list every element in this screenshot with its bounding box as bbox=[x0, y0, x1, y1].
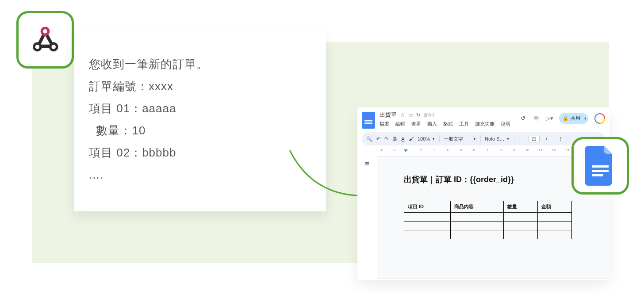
table-header: 項目 ID bbox=[404, 201, 451, 213]
menu-format[interactable]: 格式 bbox=[443, 121, 453, 127]
print-icon[interactable]: 🖶 bbox=[392, 136, 397, 141]
note-line: 項目 01：aaaaa bbox=[89, 97, 311, 119]
paragraph-style-select[interactable]: 一般文字▼ bbox=[444, 136, 476, 142]
table-header: 數量 bbox=[504, 201, 538, 213]
meet-icon[interactable]: ▷▾ bbox=[546, 115, 553, 122]
google-docs-badge bbox=[571, 137, 629, 195]
table-row bbox=[404, 221, 572, 230]
table-row bbox=[404, 230, 572, 239]
menu-edit[interactable]: 編輯 bbox=[395, 121, 405, 127]
font-size-input[interactable]: 21 bbox=[529, 136, 540, 142]
ruler-tick: -2 bbox=[380, 148, 383, 152]
google-docs-window: 出貨單 ☆ ▭ ↻ 儲存中… 檔案 編輯 查看 插入 格式 工具 擴充功能 說明… bbox=[357, 107, 610, 280]
ruler-tick: 9 bbox=[513, 148, 515, 152]
ruler-tick: 3 bbox=[433, 148, 435, 152]
menu-file[interactable]: 檔案 bbox=[380, 121, 389, 127]
account-avatar[interactable] bbox=[594, 113, 605, 124]
doc-content-table[interactable]: 項目 ID 商品內容 數量 金額 bbox=[404, 201, 572, 239]
comment-icon[interactable]: ▤ bbox=[533, 115, 540, 122]
menu-view[interactable]: 查看 bbox=[411, 121, 421, 127]
note-line: 數量：10 bbox=[89, 119, 311, 141]
svg-point-5 bbox=[51, 45, 56, 49]
note-line: 您收到一筆新的訂單。 bbox=[89, 53, 311, 75]
svg-rect-7 bbox=[592, 170, 609, 172]
docs-logo-icon[interactable] bbox=[362, 112, 375, 129]
ruler-tick: 7 bbox=[487, 148, 488, 152]
ruler-tick: 11 bbox=[539, 148, 543, 152]
ruler-tick: 6 bbox=[473, 148, 475, 152]
docs-menu-bar: 檔案 編輯 查看 插入 格式 工具 擴充功能 說明 bbox=[380, 121, 510, 127]
note-line: 項目 02：bbbbb bbox=[89, 141, 311, 164]
menu-help[interactable]: 說明 bbox=[501, 121, 510, 127]
cloud-refresh-icon[interactable]: ↻ bbox=[416, 112, 420, 118]
ruler-tick: 13 bbox=[565, 148, 569, 152]
doc-content-heading: 出貨單｜訂單 ID：{{order_id}} bbox=[404, 174, 587, 185]
note-line: 訂單編號：xxxx bbox=[89, 75, 311, 97]
more-icon[interactable]: ⋮ bbox=[558, 136, 563, 142]
menu-extensions[interactable]: 擴充功能 bbox=[475, 121, 494, 127]
table-header: 金額 bbox=[538, 201, 572, 213]
ruler-tick: 10 bbox=[525, 148, 529, 152]
zoom-select[interactable]: 100%▼ bbox=[418, 136, 435, 141]
menu-insert[interactable]: 插入 bbox=[427, 121, 437, 127]
star-icon[interactable]: ☆ bbox=[400, 112, 405, 118]
docs-toolbar: 🔍 ↶ ↷ 🖶 A̲ 🖌 100%▼ 一般文字▼ Noto S…▼ − 21 +… bbox=[362, 132, 605, 145]
table-row bbox=[404, 213, 572, 221]
svg-rect-8 bbox=[592, 174, 603, 176]
move-icon[interactable]: ▭ bbox=[408, 112, 413, 118]
ruler-tick: 1 bbox=[407, 148, 409, 152]
docs-left-sidebar: ≣ bbox=[357, 156, 377, 279]
table-header-row: 項目 ID 商品內容 數量 金額 bbox=[404, 201, 572, 213]
share-dropdown[interactable]: ▾ bbox=[580, 113, 588, 124]
note-line: .... bbox=[89, 164, 311, 186]
webhook-icon bbox=[27, 22, 63, 57]
font-size-decrease[interactable]: − bbox=[518, 136, 525, 142]
undo-icon[interactable]: ↶ bbox=[376, 136, 380, 142]
google-docs-icon bbox=[585, 146, 616, 186]
lock-icon: 🔒 bbox=[563, 115, 569, 121]
ruler-tick: 8 bbox=[500, 148, 502, 152]
outline-icon[interactable]: ≣ bbox=[364, 160, 370, 167]
ruler-tick: 12 bbox=[552, 148, 556, 152]
table-header: 商品內容 bbox=[450, 201, 503, 213]
saving-status: 儲存中… bbox=[424, 112, 440, 118]
ruler-tick: 4 bbox=[447, 148, 448, 152]
paint-format-icon[interactable]: 🖌 bbox=[409, 136, 414, 141]
webhook-badge bbox=[16, 11, 74, 69]
docs-topbar: 出貨單 ☆ ▭ ↻ 儲存中… 檔案 編輯 查看 插入 格式 工具 擴充功能 說明… bbox=[357, 107, 610, 129]
search-icon[interactable]: 🔍 bbox=[366, 136, 372, 142]
ruler-tick: 2 bbox=[420, 148, 422, 152]
svg-point-3 bbox=[35, 45, 40, 49]
svg-point-1 bbox=[43, 29, 47, 34]
ruler-tick: 5 bbox=[460, 148, 462, 152]
spellcheck-icon[interactable]: A̲ bbox=[401, 136, 405, 142]
ruler-tick: -1 bbox=[393, 148, 396, 152]
history-icon[interactable]: ↺ bbox=[519, 115, 526, 122]
redo-icon[interactable]: ↷ bbox=[384, 136, 388, 142]
menu-tools[interactable]: 工具 bbox=[459, 121, 469, 127]
font-select[interactable]: Noto S…▼ bbox=[485, 136, 510, 141]
webhook-payload-card: 您收到一筆新的訂單。 訂單編號：xxxx 項目 01：aaaaa 數量：10 項… bbox=[74, 31, 326, 211]
svg-rect-6 bbox=[592, 165, 609, 168]
doc-title[interactable]: 出貨單 bbox=[380, 111, 397, 119]
font-size-increase[interactable]: + bbox=[544, 136, 550, 142]
